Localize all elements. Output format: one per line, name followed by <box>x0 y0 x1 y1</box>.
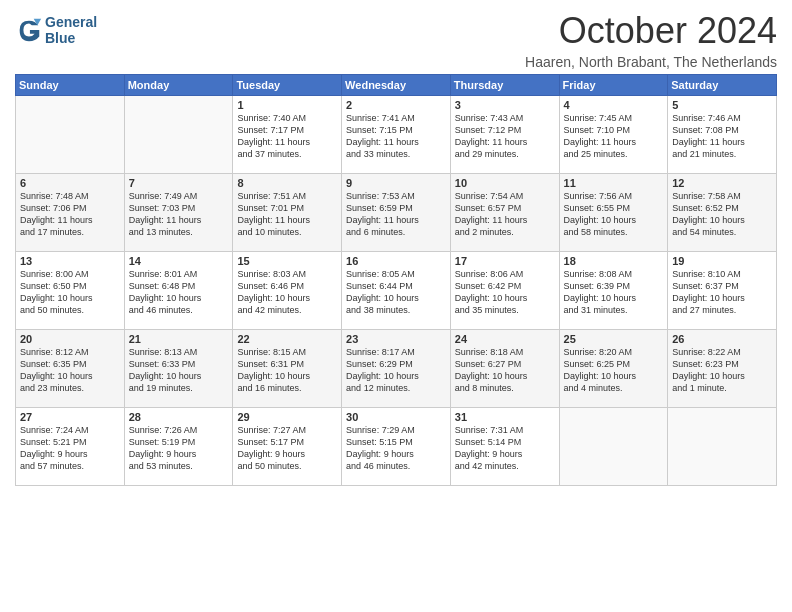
logo: General Blue <box>15 14 97 46</box>
calendar-cell: 9Sunrise: 7:53 AM Sunset: 6:59 PM Daylig… <box>342 174 451 252</box>
calendar-cell: 27Sunrise: 7:24 AM Sunset: 5:21 PM Dayli… <box>16 408 125 486</box>
day-number: 9 <box>346 177 446 189</box>
calendar-cell <box>668 408 777 486</box>
calendar-cell: 15Sunrise: 8:03 AM Sunset: 6:46 PM Dayli… <box>233 252 342 330</box>
day-number: 15 <box>237 255 337 267</box>
day-info: Sunrise: 8:15 AM Sunset: 6:31 PM Dayligh… <box>237 346 337 395</box>
calendar-cell: 6Sunrise: 7:48 AM Sunset: 7:06 PM Daylig… <box>16 174 125 252</box>
day-info: Sunrise: 7:56 AM Sunset: 6:55 PM Dayligh… <box>564 190 664 239</box>
main-container: General Blue October 2024 Haaren, North … <box>0 0 792 491</box>
day-number: 26 <box>672 333 772 345</box>
day-header-thursday: Thursday <box>450 75 559 96</box>
day-info: Sunrise: 7:40 AM Sunset: 7:17 PM Dayligh… <box>237 112 337 161</box>
day-number: 1 <box>237 99 337 111</box>
day-number: 19 <box>672 255 772 267</box>
calendar-cell: 2Sunrise: 7:41 AM Sunset: 7:15 PM Daylig… <box>342 96 451 174</box>
month-title: October 2024 <box>525 10 777 52</box>
day-number: 18 <box>564 255 664 267</box>
day-number: 25 <box>564 333 664 345</box>
day-number: 22 <box>237 333 337 345</box>
calendar-cell <box>16 96 125 174</box>
calendar-week-1: 1Sunrise: 7:40 AM Sunset: 7:17 PM Daylig… <box>16 96 777 174</box>
day-info: Sunrise: 8:08 AM Sunset: 6:39 PM Dayligh… <box>564 268 664 317</box>
calendar-cell: 7Sunrise: 7:49 AM Sunset: 7:03 PM Daylig… <box>124 174 233 252</box>
day-number: 13 <box>20 255 120 267</box>
calendar-cell: 14Sunrise: 8:01 AM Sunset: 6:48 PM Dayli… <box>124 252 233 330</box>
day-number: 17 <box>455 255 555 267</box>
day-number: 14 <box>129 255 229 267</box>
calendar-cell: 18Sunrise: 8:08 AM Sunset: 6:39 PM Dayli… <box>559 252 668 330</box>
calendar-cell: 5Sunrise: 7:46 AM Sunset: 7:08 PM Daylig… <box>668 96 777 174</box>
calendar-cell: 19Sunrise: 8:10 AM Sunset: 6:37 PM Dayli… <box>668 252 777 330</box>
calendar-week-2: 6Sunrise: 7:48 AM Sunset: 7:06 PM Daylig… <box>16 174 777 252</box>
day-info: Sunrise: 8:20 AM Sunset: 6:25 PM Dayligh… <box>564 346 664 395</box>
day-info: Sunrise: 7:58 AM Sunset: 6:52 PM Dayligh… <box>672 190 772 239</box>
day-number: 7 <box>129 177 229 189</box>
calendar-cell: 25Sunrise: 8:20 AM Sunset: 6:25 PM Dayli… <box>559 330 668 408</box>
day-header-wednesday: Wednesday <box>342 75 451 96</box>
calendar-cell: 28Sunrise: 7:26 AM Sunset: 5:19 PM Dayli… <box>124 408 233 486</box>
location: Haaren, North Brabant, The Netherlands <box>525 54 777 70</box>
calendar-cell <box>124 96 233 174</box>
day-info: Sunrise: 7:49 AM Sunset: 7:03 PM Dayligh… <box>129 190 229 239</box>
day-info: Sunrise: 7:31 AM Sunset: 5:14 PM Dayligh… <box>455 424 555 473</box>
day-info: Sunrise: 8:13 AM Sunset: 6:33 PM Dayligh… <box>129 346 229 395</box>
day-info: Sunrise: 7:48 AM Sunset: 7:06 PM Dayligh… <box>20 190 120 239</box>
header: General Blue October 2024 Haaren, North … <box>15 10 777 70</box>
day-header-saturday: Saturday <box>668 75 777 96</box>
title-block: October 2024 Haaren, North Brabant, The … <box>525 10 777 70</box>
calendar-cell: 8Sunrise: 7:51 AM Sunset: 7:01 PM Daylig… <box>233 174 342 252</box>
day-number: 3 <box>455 99 555 111</box>
day-number: 28 <box>129 411 229 423</box>
day-number: 12 <box>672 177 772 189</box>
day-header-sunday: Sunday <box>16 75 125 96</box>
day-header-monday: Monday <box>124 75 233 96</box>
calendar-cell: 20Sunrise: 8:12 AM Sunset: 6:35 PM Dayli… <box>16 330 125 408</box>
day-info: Sunrise: 7:41 AM Sunset: 7:15 PM Dayligh… <box>346 112 446 161</box>
day-number: 23 <box>346 333 446 345</box>
day-info: Sunrise: 7:46 AM Sunset: 7:08 PM Dayligh… <box>672 112 772 161</box>
logo-text: General Blue <box>45 14 97 46</box>
day-number: 20 <box>20 333 120 345</box>
day-number: 5 <box>672 99 772 111</box>
day-number: 27 <box>20 411 120 423</box>
calendar-cell <box>559 408 668 486</box>
day-info: Sunrise: 7:54 AM Sunset: 6:57 PM Dayligh… <box>455 190 555 239</box>
calendar-cell: 17Sunrise: 8:06 AM Sunset: 6:42 PM Dayli… <box>450 252 559 330</box>
calendar-cell: 1Sunrise: 7:40 AM Sunset: 7:17 PM Daylig… <box>233 96 342 174</box>
day-info: Sunrise: 8:05 AM Sunset: 6:44 PM Dayligh… <box>346 268 446 317</box>
logo-icon <box>15 16 43 44</box>
day-number: 30 <box>346 411 446 423</box>
day-info: Sunrise: 8:00 AM Sunset: 6:50 PM Dayligh… <box>20 268 120 317</box>
day-number: 31 <box>455 411 555 423</box>
calendar-week-3: 13Sunrise: 8:00 AM Sunset: 6:50 PM Dayli… <box>16 252 777 330</box>
calendar-cell: 13Sunrise: 8:00 AM Sunset: 6:50 PM Dayli… <box>16 252 125 330</box>
day-number: 24 <box>455 333 555 345</box>
day-number: 21 <box>129 333 229 345</box>
day-info: Sunrise: 7:53 AM Sunset: 6:59 PM Dayligh… <box>346 190 446 239</box>
calendar-cell: 31Sunrise: 7:31 AM Sunset: 5:14 PM Dayli… <box>450 408 559 486</box>
day-info: Sunrise: 7:26 AM Sunset: 5:19 PM Dayligh… <box>129 424 229 473</box>
calendar-cell: 26Sunrise: 8:22 AM Sunset: 6:23 PM Dayli… <box>668 330 777 408</box>
day-info: Sunrise: 8:03 AM Sunset: 6:46 PM Dayligh… <box>237 268 337 317</box>
day-info: Sunrise: 7:24 AM Sunset: 5:21 PM Dayligh… <box>20 424 120 473</box>
calendar-week-5: 27Sunrise: 7:24 AM Sunset: 5:21 PM Dayli… <box>16 408 777 486</box>
day-number: 8 <box>237 177 337 189</box>
calendar-cell: 21Sunrise: 8:13 AM Sunset: 6:33 PM Dayli… <box>124 330 233 408</box>
day-header-tuesday: Tuesday <box>233 75 342 96</box>
calendar-cell: 3Sunrise: 7:43 AM Sunset: 7:12 PM Daylig… <box>450 96 559 174</box>
calendar-cell: 11Sunrise: 7:56 AM Sunset: 6:55 PM Dayli… <box>559 174 668 252</box>
day-info: Sunrise: 7:27 AM Sunset: 5:17 PM Dayligh… <box>237 424 337 473</box>
calendar-cell: 4Sunrise: 7:45 AM Sunset: 7:10 PM Daylig… <box>559 96 668 174</box>
day-info: Sunrise: 8:06 AM Sunset: 6:42 PM Dayligh… <box>455 268 555 317</box>
day-info: Sunrise: 8:10 AM Sunset: 6:37 PM Dayligh… <box>672 268 772 317</box>
day-info: Sunrise: 7:51 AM Sunset: 7:01 PM Dayligh… <box>237 190 337 239</box>
day-number: 16 <box>346 255 446 267</box>
day-number: 2 <box>346 99 446 111</box>
calendar-cell: 22Sunrise: 8:15 AM Sunset: 6:31 PM Dayli… <box>233 330 342 408</box>
calendar-table: SundayMondayTuesdayWednesdayThursdayFrid… <box>15 74 777 486</box>
day-number: 4 <box>564 99 664 111</box>
day-number: 29 <box>237 411 337 423</box>
day-info: Sunrise: 8:17 AM Sunset: 6:29 PM Dayligh… <box>346 346 446 395</box>
calendar-cell: 24Sunrise: 8:18 AM Sunset: 6:27 PM Dayli… <box>450 330 559 408</box>
